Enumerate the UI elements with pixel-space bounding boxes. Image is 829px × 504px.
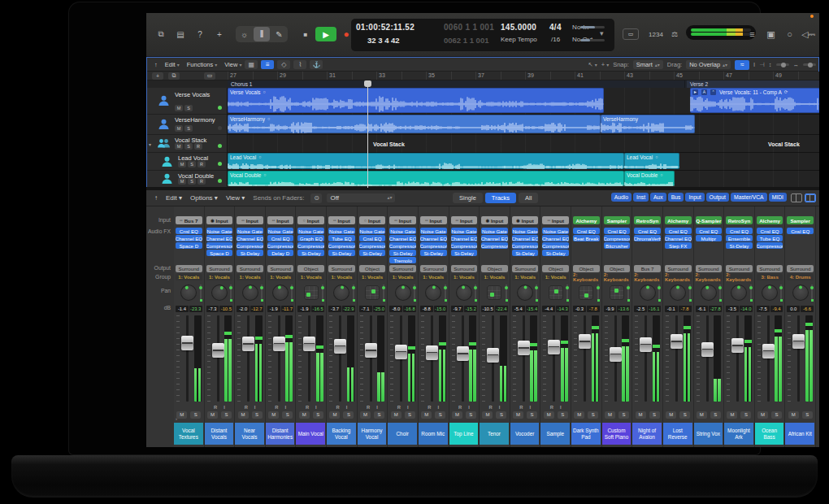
grid-view-icon[interactable]: ▦	[245, 60, 258, 69]
metronome-icon[interactable]: ⚖	[668, 27, 681, 41]
fx-plugin-button[interactable]: Channel EQ	[451, 235, 478, 241]
input-monitor-button[interactable]: I	[254, 405, 256, 410]
solo-button[interactable]: S	[374, 411, 384, 419]
fx-plugin-button[interactable]: Noise Gate	[542, 228, 569, 234]
fader-track[interactable]	[797, 315, 800, 402]
fader-cap[interactable]	[303, 337, 315, 351]
automation-icon[interactable]: ◇	[277, 60, 290, 69]
strip-name[interactable]: Near Vocals	[235, 423, 264, 445]
fx-plugin-button[interactable]: Channel EQ	[389, 235, 416, 241]
pan-knob[interactable]	[395, 285, 411, 301]
track-record-button[interactable]: R	[194, 143, 202, 150]
input-slot[interactable]: ◉Input	[206, 216, 233, 224]
output-slot[interactable]: Surround	[665, 265, 692, 272]
input-slot[interactable]: RetroSyn	[634, 216, 661, 224]
solo-button[interactable]: S	[802, 411, 813, 419]
strip-name[interactable]: Choir	[388, 423, 417, 445]
pan-knob[interactable]	[180, 285, 197, 301]
fx-plugin-button[interactable]: Cnsl EQ	[757, 228, 783, 234]
take-play-icon[interactable]: ►	[692, 89, 698, 95]
region-lead-vocal[interactable]: Lead Vocal○	[624, 153, 679, 169]
sends-mode-select[interactable]: Off▴▾	[327, 193, 395, 202]
track-header-verseharmony[interactable]: VerseHarmonyMS	[147, 115, 227, 135]
list-view-icon[interactable]: ≡	[261, 60, 274, 69]
fx-plugin-button[interactable]: Channel EQ	[176, 235, 202, 241]
mute-button[interactable]: M	[544, 411, 554, 419]
solo-button[interactable]: S	[649, 411, 660, 419]
mute-button[interactable]: M	[513, 411, 523, 419]
mute-button[interactable]: M	[268, 411, 279, 419]
solo-button[interactable]: S	[313, 411, 323, 419]
fx-plugin-button[interactable]: Cnsl EQ	[665, 228, 692, 234]
fx-plugin-button[interactable]: Noise Gate	[297, 228, 324, 234]
output-slot[interactable]: Surround	[267, 265, 294, 272]
group-slot[interactable]: 1: Vocals	[481, 274, 508, 280]
solo-button[interactable]: S	[343, 411, 354, 419]
mute-button[interactable]: M	[176, 411, 187, 419]
track-header-vocal-stack[interactable]: ▾Vocal StackMSR	[147, 135, 227, 153]
bar-ruler[interactable]: 272931333537394143454749	[228, 72, 819, 80]
pan-spread-slider[interactable]	[200, 285, 202, 299]
filter-output[interactable]: Output	[706, 193, 729, 202]
pan-object-pad[interactable]	[610, 285, 624, 300]
fx-plugin-button[interactable]: Compressor	[237, 242, 263, 249]
pan-knob[interactable]	[456, 285, 472, 301]
input-slot[interactable]: Sampler	[787, 216, 814, 224]
group-slot[interactable]: 1: Vocals	[297, 274, 324, 280]
fx-plugin-button[interactable]: Compressor	[206, 242, 233, 249]
filter-aux[interactable]: Aux	[650, 193, 666, 202]
strip-name[interactable]: Sample	[540, 423, 570, 445]
fader-cap[interactable]	[792, 334, 805, 349]
menu-functions[interactable]: Functions▾	[187, 61, 218, 68]
fx-plugin-button[interactable]: Cnsl EQ	[604, 228, 631, 234]
record-enable-button[interactable]: R	[428, 405, 431, 410]
solo-button[interactable]: S	[771, 411, 782, 419]
region-lead-vocal[interactable]: Lead Vocal○	[228, 153, 624, 169]
solo-button[interactable]: S	[710, 411, 721, 419]
fx-plugin-button[interactable]: St-Delay	[359, 250, 386, 256]
fader-cap[interactable]	[731, 338, 744, 353]
horizontal-zoom-slider[interactable]	[803, 63, 816, 66]
output-slot[interactable]: Surround	[389, 265, 416, 272]
pan-spread-slider[interactable]	[689, 285, 691, 299]
region-verse-vocals[interactable]: Verse Vocals○	[228, 88, 604, 113]
sends-power-icon[interactable]: ⊙	[310, 193, 322, 203]
pan-spread-slider[interactable]	[445, 285, 446, 299]
fx-plugin-button[interactable]: Space D	[176, 242, 202, 249]
panels-icon[interactable]: ⧉	[153, 27, 169, 41]
record-enable-button[interactable]: R	[306, 405, 309, 410]
record-enable-button[interactable]: R	[245, 405, 248, 410]
mute-button[interactable]: M	[666, 411, 676, 419]
strip-name[interactable]: Night of Avalon	[632, 423, 662, 445]
fader-track[interactable]	[645, 315, 647, 402]
mute-button[interactable]: M	[207, 411, 218, 419]
pan-knob[interactable]	[640, 285, 656, 301]
pan-knob[interactable]	[272, 285, 289, 301]
fx-plugin-button[interactable]: Noise Gate	[359, 228, 386, 234]
fader-cap[interactable]	[579, 334, 591, 349]
solo-button[interactable]: S	[190, 411, 201, 419]
fx-plugin-button[interactable]: Multipr	[696, 235, 723, 241]
output-slot[interactable]: Object	[573, 265, 600, 272]
auto-track-zoom-icon[interactable]: ⊣	[759, 61, 765, 68]
group-slot[interactable]: 2: Keyboards	[573, 274, 600, 280]
fx-plugin-button[interactable]: Channel EQ	[206, 235, 233, 241]
fader-cap[interactable]	[487, 348, 499, 363]
pan-spread-slider[interactable]	[383, 285, 384, 299]
output-slot[interactable]: Surround	[176, 265, 202, 272]
strip-name[interactable]: Harmony Vocal	[358, 423, 387, 445]
output-slot[interactable]: Surround	[420, 265, 447, 272]
mute-button[interactable]: M	[788, 411, 799, 419]
fx-plugin-button[interactable]: Channel EQ	[512, 235, 539, 241]
smart-controls-icon[interactable]: ☼	[237, 27, 252, 41]
track-solo-button[interactable]: S	[188, 161, 196, 167]
fx-plugin-button[interactable]: St-Delay	[237, 250, 263, 256]
fader-track[interactable]	[553, 315, 555, 402]
solo-button[interactable]: S	[496, 411, 506, 419]
lcd-chevron-down-icon[interactable]: ▾	[600, 29, 604, 37]
strip-name[interactable]: Backing Vocal	[327, 423, 356, 445]
duplicate-track-button[interactable]: ⧉	[168, 72, 180, 80]
input-monitor-button[interactable]: I	[315, 405, 317, 410]
pan-knob[interactable]	[670, 285, 686, 301]
quick-help-icon[interactable]: ?	[192, 27, 208, 41]
